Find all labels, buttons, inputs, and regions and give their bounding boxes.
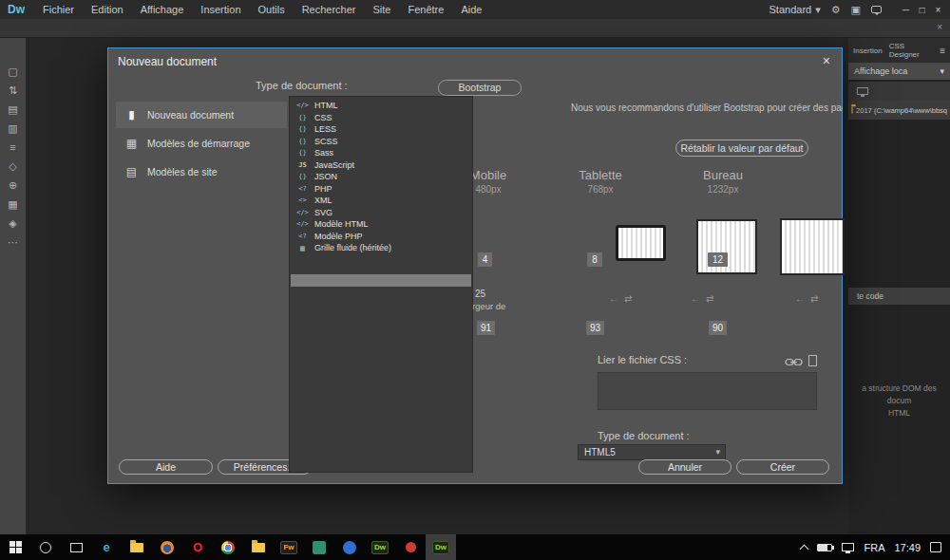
panels-icon[interactable]: ▣	[851, 4, 861, 16]
clock[interactable]: 17:49	[894, 542, 921, 553]
menu-fenetre[interactable]: Fenêtre	[399, 4, 452, 15]
taskbar-app-green[interactable]	[304, 534, 334, 560]
taskbar-app-fireworks[interactable]: Fw	[274, 534, 304, 560]
sidebar-item-modeles-site[interactable]: ▤ Modèles de site	[116, 159, 287, 185]
taskbar-app-red[interactable]	[395, 534, 426, 560]
toolbar-icon[interactable]: ⊕	[9, 180, 17, 191]
help-button[interactable]: Aide	[119, 459, 213, 475]
sidebar-item-modeles-demarrage[interactable]: ▦ Modèles de démarrage	[116, 130, 287, 157]
taskbar-app-blue[interactable]	[334, 534, 365, 560]
file-type-grille-fluide[interactable]: ▦ Grille fluide (héritée)	[290, 242, 472, 254]
menu-site[interactable]: Site	[365, 4, 400, 15]
file-type-modele-php[interactable]: <? Modèle PHP	[290, 231, 472, 243]
tab-bootstrap[interactable]: Bootstrap	[438, 80, 522, 96]
file-type-javascript[interactable]: JS JavaScript	[290, 159, 472, 172]
file-type-svg[interactable]: </> SVG	[290, 207, 472, 219]
file-type-less[interactable]: {} LESS	[290, 123, 472, 136]
file-type-php[interactable]: <? PHP	[290, 183, 472, 196]
toolbar-icon[interactable]: ◈	[9, 218, 16, 229]
menu-affichage[interactable]: Affichage	[132, 4, 193, 15]
taskbar-app-explorer[interactable]	[122, 534, 152, 560]
toolbar-icon[interactable]: ⇅	[9, 85, 17, 96]
sidebar-item-nouveau-document[interactable]: ▮ Nouveau document	[116, 102, 287, 128]
taskbar-app-opera[interactable]: O	[182, 534, 213, 560]
taskbar-app-chrome[interactable]	[213, 534, 243, 560]
close-button[interactable]: ×	[930, 5, 946, 15]
toolbar-icon[interactable]: ◇	[9, 161, 16, 172]
file-type-json[interactable]: {} JSON	[290, 171, 472, 183]
sidebar-item-label: Modèles de site	[147, 166, 218, 177]
grid-resize-handle[interactable]: ← ⇄	[609, 293, 632, 304]
file-type-label: CSS	[314, 113, 332, 122]
gear-icon[interactable]: ⚙	[831, 4, 841, 16]
tablette-columns-input[interactable]: 8	[587, 252, 602, 267]
tab-css-designer[interactable]: CSS Designer	[889, 42, 933, 59]
bureau-columns-input[interactable]: 12	[708, 252, 728, 267]
minimize-button[interactable]: ─	[898, 5, 914, 15]
file-type-sass[interactable]: {} Sass	[290, 147, 472, 159]
network-icon[interactable]	[842, 543, 854, 551]
cortana-button[interactable]	[30, 534, 61, 560]
menu-outils[interactable]: Outils	[250, 4, 294, 15]
notification-center-icon[interactable]	[930, 542, 941, 552]
workspace-switcher[interactable]: Standard ▾	[770, 4, 821, 16]
toolbar-icon[interactable]: ⋯	[8, 237, 18, 248]
menu-insertion[interactable]: Insertion	[192, 4, 249, 15]
menu-rechercher[interactable]: Rechercher	[294, 4, 365, 15]
taskbar-app-folder[interactable]	[243, 534, 274, 560]
start-button[interactable]	[0, 534, 30, 560]
file-explorer-icon	[130, 543, 143, 552]
menu-edition[interactable]: Edition	[83, 4, 132, 15]
file-type-scss[interactable]: {} SCSS	[290, 136, 472, 148]
attached-css-list[interactable]	[598, 372, 817, 410]
toolbar-icon[interactable]: ▦	[8, 199, 17, 210]
files-view-dropdown[interactable]: Affichage loca ▾	[848, 63, 950, 80]
tablet-grid-preview	[616, 225, 666, 261]
file-type-modele-html[interactable]: </> Modèle HTML	[290, 218, 472, 231]
language-indicator[interactable]: FRA	[864, 542, 884, 553]
grid-resize-handle[interactable]: ← ⇄	[691, 293, 713, 304]
dialog-close-button[interactable]: ×	[823, 53, 830, 68]
create-button[interactable]: Créer	[736, 459, 829, 475]
tray-expand-icon[interactable]	[800, 544, 809, 553]
taskbar-app-dreamweaver[interactable]: Dw	[365, 534, 395, 560]
battery-icon[interactable]	[817, 544, 832, 551]
toolbar-icon[interactable]: ▤	[8, 104, 17, 115]
panel-close-icon[interactable]: ×	[937, 22, 942, 32]
panel-tabs: Insertion CSS Designer ≡	[848, 38, 950, 63]
menu-fichier[interactable]: Fichier	[34, 4, 83, 15]
file-type-label: LESS	[314, 124, 336, 134]
toolbar-icon[interactable]: ▢	[8, 66, 17, 77]
attach-css-link-icon[interactable]	[785, 357, 803, 367]
css-file-icon[interactable]	[808, 355, 817, 366]
less-icon: {}	[294, 125, 311, 133]
file-type-css[interactable]: {} CSS	[290, 112, 472, 124]
mobile-columns-input[interactable]: 4	[478, 252, 492, 267]
toolbar-icon[interactable]: ≡	[10, 142, 15, 153]
maximize-button[interactable]: □	[914, 5, 930, 15]
type-list-scrollbar[interactable]	[291, 274, 471, 287]
mobile-gutter-input[interactable]: 91	[477, 321, 495, 335]
task-view-button[interactable]	[61, 534, 91, 560]
toolbar-icon[interactable]: ▥	[8, 123, 17, 134]
cancel-button[interactable]: Annuler	[638, 459, 732, 475]
file-type-html[interactable]: </> HTML	[290, 100, 472, 112]
tab-insertion[interactable]: Insertion	[853, 47, 883, 55]
menu-aide[interactable]: Aide	[452, 4, 490, 15]
panel-menu-icon[interactable]: ≡	[940, 46, 945, 56]
grid-resize-handle[interactable]: ← ⇄	[795, 293, 818, 304]
taskbar-app-firefox[interactable]	[152, 534, 182, 560]
file-type-xml[interactable]: <> XML	[290, 195, 472, 207]
dom-hint-line: a structure DOM des docum	[855, 383, 943, 407]
taskbar-app-edge[interactable]: e	[91, 534, 122, 560]
feedback-comment-icon[interactable]	[871, 6, 882, 13]
code-snippet-bar[interactable]: te code	[848, 288, 950, 305]
doctype-select[interactable]: HTML5 ▾	[578, 444, 726, 460]
reset-default-button[interactable]: Rétablir la valeur par défaut	[675, 140, 808, 157]
tablette-gutter-input[interactable]: 93	[586, 321, 604, 335]
taskbar-app-dreamweaver-active[interactable]: Dw	[426, 534, 456, 560]
local-view-icon[interactable]	[857, 87, 868, 95]
site-root-row[interactable]: 2017 (C:\wamp64\www\bbsq	[848, 101, 950, 120]
sidebar-item-label: Nouveau document	[147, 109, 234, 121]
bureau-gutter-input[interactable]: 90	[709, 321, 727, 335]
